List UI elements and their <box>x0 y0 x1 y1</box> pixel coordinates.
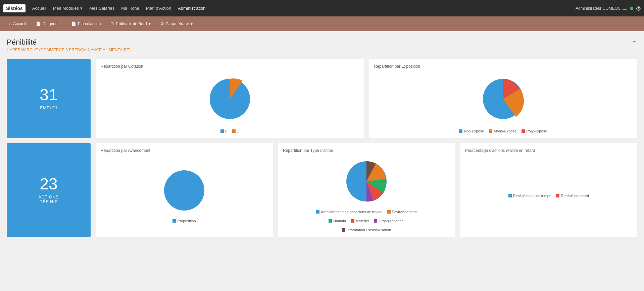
chevron-down-icon-2: ▾ <box>149 21 151 26</box>
dashboard-row-2: 23 ACTIONS DÉFINIS Répartition par Avanc… <box>7 143 637 237</box>
legend-dans-temps: Realisé dans les temps <box>508 194 551 198</box>
file-icon-2: 📄 <box>71 21 76 26</box>
legend-en-retard: Realisé en retard <box>556 194 589 198</box>
legend-proposition: Proposition <box>172 219 196 223</box>
legend-dot-amelioration <box>316 210 319 214</box>
app-logo[interactable]: Sistéos <box>3 4 26 12</box>
page-title: Pénibilité <box>7 38 637 47</box>
chart-retard-title: Pourcentage d'actions réalisé en retard <box>465 148 632 153</box>
svg-point-2 <box>164 170 204 211</box>
stat-number-actions: 23 <box>40 176 57 192</box>
chart-cotation: Répartition par Cotation 0 1 <box>96 59 364 138</box>
legend-poly-expose: Poly-Exposé <box>522 129 547 133</box>
legend-dot-0 <box>220 129 224 133</box>
subnav-tableaux-bord[interactable]: ⊞ Tableaux de Bord ▾ <box>106 19 154 28</box>
legend-dot-information <box>342 228 345 232</box>
stat-label-actions: ACTIONS DÉFINIS <box>39 195 59 204</box>
chart-type-action-svg <box>341 156 392 207</box>
stat-number-emploi: 31 <box>40 87 57 103</box>
chart-cotation-title: Répartition par Cotation <box>101 64 359 69</box>
legend-mono-expose: Mono-Exposé <box>489 129 516 133</box>
nav-mes-salaries[interactable]: Mes Salariés <box>89 6 114 11</box>
legend-item-1: 1 <box>232 129 239 133</box>
chart-type-action-legend: Amélioration des conditions de travail E… <box>316 210 417 232</box>
legend-dot-humain <box>329 219 332 223</box>
legend-organisationnel: Organisationnel <box>374 219 404 223</box>
chart-retard: Pourcentage d'actions réalisé en retard … <box>460 143 637 237</box>
stat-label-emploi: EMPLOI <box>40 106 57 110</box>
chart-avancement-svg <box>159 165 209 216</box>
legend-dot-materiel <box>351 219 354 223</box>
legend-dot-organisationnel <box>374 219 377 223</box>
chart-type-action-area: Amélioration des conditions de travail E… <box>283 156 450 232</box>
legend-materiel: Matériel <box>351 219 369 223</box>
chart-exposition-svg <box>476 72 530 126</box>
chevron-down-icon: ▾ <box>80 6 83 11</box>
page-header: Pénibilité HYPERMARCHE (COMMERCE A PREDO… <box>7 38 637 52</box>
nav-accueil[interactable]: Accueil <box>32 6 46 11</box>
top-navigation: Sistéos Accueil Mes Modules ▾ Mes Salari… <box>0 0 644 16</box>
dashboard-row-1: 31 EMPLOI Répartition par Cotation 0 <box>7 59 637 138</box>
chart-cotation-legend: 0 1 <box>220 129 239 133</box>
menu-icon[interactable]: ≡ <box>633 40 636 45</box>
chart-avancement: Répartition par Avancement Proposition <box>96 143 273 237</box>
legend-humain: Humain <box>329 219 346 223</box>
file-icon: 📄 <box>36 21 41 26</box>
chart-exposition-area: Non Exposé Mono-Exposé Poly-Exposé <box>374 72 633 133</box>
chevron-down-icon-3: ▾ <box>191 21 193 26</box>
nav-mes-modules[interactable]: Mes Modules ▾ <box>53 6 83 11</box>
grid-icon: ⊞ <box>110 21 114 26</box>
nav-ma-fiche[interactable]: Ma Fiche <box>121 6 139 11</box>
subnav-diagnostic[interactable]: 📄 Diagnostic <box>32 19 65 28</box>
stat-card-actions: 23 ACTIONS DÉFINIS <box>7 143 91 237</box>
chart-type-action-title: Répartition par Type d'acton <box>283 148 450 153</box>
chart-retard-area: Realisé dans les temps Realisé en retard <box>465 156 632 232</box>
nav-administration[interactable]: Administration <box>178 6 205 11</box>
status-indicator <box>630 7 633 10</box>
legend-dot-dans-temps <box>508 194 512 197</box>
legend-dot-non-expose <box>459 129 462 133</box>
chart-exposition: Répartition par Exposition Non Exposé <box>369 59 638 138</box>
legend-dot-mono-expose <box>489 129 492 133</box>
legend-dot-poly-expose <box>522 129 525 133</box>
legend-item-0: 0 <box>220 129 227 133</box>
stat-card-emploi: 31 EMPLOI <box>7 59 91 138</box>
chart-retard-legend: Realisé dans les temps Realisé en retard <box>508 194 589 198</box>
user-area: Administrateur COMEOS ..... ⏻ <box>576 6 641 11</box>
legend-non-expose: Non Exposé <box>459 129 484 133</box>
gear-icon: ⚙ <box>160 21 164 26</box>
chart-avancement-legend: Proposition <box>172 219 196 223</box>
nav-plan-action[interactable]: Plan d'Action <box>146 6 171 11</box>
subnav-parametrage[interactable]: ⚙ Paramétrage ▾ <box>156 19 197 28</box>
chart-avancement-title: Répartition par Avancement <box>101 148 268 153</box>
power-icon[interactable]: ⏻ <box>636 6 641 11</box>
home-icon: ⌂ <box>9 21 11 26</box>
legend-dot-proposition <box>172 219 176 223</box>
chart-exposition-title: Répartition par Exposition <box>374 64 633 69</box>
nav-items: Accueil Mes Modules ▾ Mes Salariés Ma Fi… <box>32 6 576 11</box>
chart-type-action: Répartition par Type d'acton <box>278 143 455 237</box>
user-name: Administrateur COMEOS ..... <box>576 6 627 11</box>
page-subtitle: HYPERMARCHE (COMMERCE A PREDOMINANCE ALI… <box>7 48 637 52</box>
legend-amelioration: Amélioration des conditions de travail <box>316 210 382 214</box>
chart-cotation-svg <box>203 72 257 126</box>
legend-environnement: Environnement <box>387 210 417 214</box>
legend-dot-1 <box>232 129 236 133</box>
page-content: Pénibilité HYPERMARCHE (COMMERCE A PREDO… <box>0 31 644 291</box>
subnav-accueil[interactable]: ⌂ Accueil <box>5 19 30 28</box>
legend-dot-en-retard <box>556 194 559 197</box>
legend-information: Information / sensibilisation <box>342 228 391 232</box>
chart-cotation-area: 0 1 <box>101 72 359 133</box>
sub-navigation: ⌂ Accueil 📄 Diagnostic 📄 Plan d'action ⊞… <box>0 16 644 31</box>
subnav-plan-action[interactable]: 📄 Plan d'action <box>67 19 105 28</box>
chart-avancement-area: Proposition <box>101 156 268 232</box>
legend-dot-environnement <box>387 210 391 214</box>
chart-exposition-legend: Non Exposé Mono-Exposé Poly-Exposé <box>459 129 547 133</box>
